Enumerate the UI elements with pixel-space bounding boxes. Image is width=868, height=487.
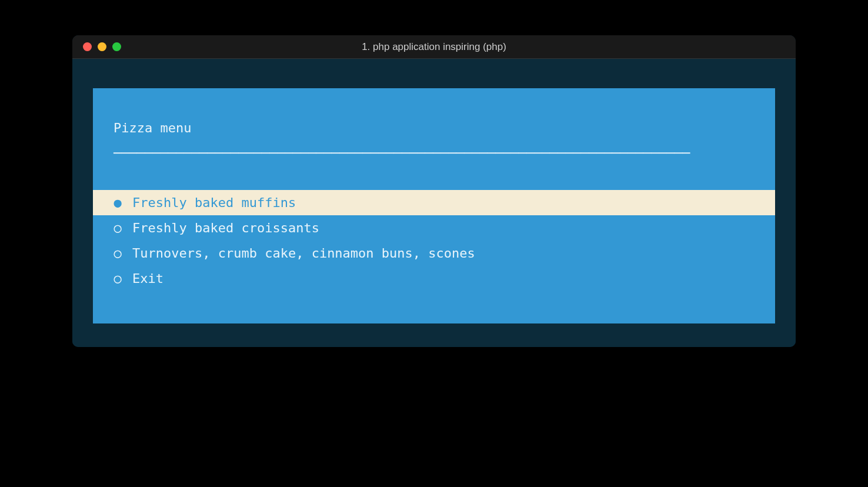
menu-panel: Pizza menu ─────────────────────────────…: [93, 88, 775, 323]
menu-item-exit[interactable]: Exit: [93, 266, 775, 291]
traffic-lights: [83, 42, 121, 51]
bullet-icon: [113, 221, 122, 235]
menu-item-label: Exit: [132, 271, 163, 286]
menu-item-turnovers[interactable]: Turnovers, crumb cake, cinnamon buns, sc…: [93, 241, 775, 266]
menu-item-croissants[interactable]: Freshly baked croissants: [93, 215, 775, 241]
menu-item-label: Turnovers, crumb cake, cinnamon buns, sc…: [132, 246, 475, 261]
bullet-icon: [113, 271, 122, 286]
bullet-icon: [113, 246, 122, 261]
close-icon[interactable]: [83, 42, 92, 51]
titlebar: 1. php application inspiring (php): [72, 35, 796, 59]
minimize-icon[interactable]: [98, 42, 106, 51]
menu-list: Freshly baked muffins Freshly baked croi…: [93, 190, 775, 291]
maximize-icon[interactable]: [112, 42, 121, 51]
window-title: 1. php application inspiring (php): [72, 41, 796, 53]
terminal-body: Pizza menu ─────────────────────────────…: [72, 59, 796, 347]
menu-title: Pizza menu: [93, 121, 775, 135]
menu-item-muffins[interactable]: Freshly baked muffins: [93, 190, 775, 215]
menu-item-label: Freshly baked croissants: [132, 221, 319, 235]
terminal-window: 1. php application inspiring (php) Pizza…: [72, 35, 796, 347]
bullet-selected-icon: [113, 195, 122, 210]
menu-item-label: Freshly baked muffins: [132, 195, 296, 210]
menu-divider: ────────────────────────────────────────…: [93, 146, 775, 161]
